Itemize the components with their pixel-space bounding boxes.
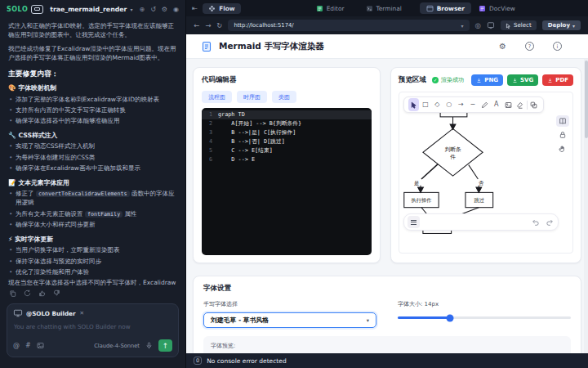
chat-input-placeholder[interactable]: You are chatting with SOLO Builder now — [14, 323, 172, 330]
rectangle-tool-icon[interactable]: □ — [420, 98, 430, 111]
info-icon[interactable]: i — [553, 42, 562, 51]
undo-icon[interactable] — [531, 218, 539, 227]
history-icon[interactable]: ↺ — [150, 6, 156, 13]
inspect-icon[interactable]: ◎ — [475, 21, 481, 29]
sequence-tab-button[interactable]: 时序图 — [237, 91, 267, 103]
slider-knob[interactable] — [446, 314, 453, 321]
class-tab-button[interactable]: 类图 — [272, 91, 296, 103]
collapse-sidebar-icon[interactable]: ⇤ — [192, 4, 198, 12]
new-chat-icon[interactable]: ⊕ — [139, 6, 145, 13]
account-icon[interactable]: ◉ — [173, 6, 179, 13]
ellipse-tool-icon[interactable]: ○ — [443, 98, 454, 111]
chat-section: 📝 文本元素字体应用 修正了 convertToExcalidrawElemen… — [8, 178, 177, 230]
solo-mode-icon[interactable] — [31, 5, 43, 14]
drawing-toolbar: □ ◇ ○ → − A — [403, 96, 544, 113]
redo-icon[interactable] — [546, 218, 555, 227]
flowchart-tab-button[interactable]: 流程图 — [202, 91, 232, 103]
preview-card-title: 预览区域 — [399, 75, 426, 85]
chevron-down-icon: ▾ — [572, 23, 575, 29]
text-tool-icon[interactable]: A — [491, 98, 501, 111]
list-item: 确保字体在Excalidraw画布中正确加载和显示 — [8, 164, 177, 173]
eraser-tool-icon[interactable] — [514, 98, 525, 111]
code-line: 5 C --> E[结束] — [202, 146, 372, 155]
back-icon[interactable]: ← — [194, 21, 199, 29]
tab-terminal[interactable]: Terminal — [366, 5, 402, 12]
tab-editor[interactable]: Editor — [316, 5, 345, 12]
chevron-down-icon[interactable]: ▾ — [130, 7, 132, 12]
toolbar-divider — [527, 101, 528, 110]
page-scrollbar[interactable] — [584, 59, 588, 353]
chevron-down-icon[interactable]: ▾ — [461, 23, 464, 29]
reload-icon[interactable]: ↻ — [216, 21, 222, 29]
regenerate-icon[interactable] — [24, 289, 31, 297]
chat-transcript[interactable]: 式注入和正确的字体ID映射。选定的手写字体现在应该能够正确应用到渲染的图表中。让… — [0, 18, 185, 287]
code-line: 6 D --> E — [202, 155, 372, 164]
font-size-slider[interactable] — [398, 316, 571, 319]
remove-context-icon[interactable]: ✕ — [80, 310, 84, 316]
menu-icon[interactable] — [408, 216, 420, 228]
solo-logo: SOLO — [7, 6, 28, 13]
address-input[interactable]: http://localhost:5174/ ▾ — [228, 20, 469, 31]
mermaid-code-editor[interactable]: 1graph TD 2 A[开始] --> B{判断条件} 3 B -->|是|… — [202, 108, 372, 255]
thumbs-down-icon[interactable] — [53, 289, 60, 297]
more-shapes-icon[interactable] — [528, 98, 539, 111]
inline-code: fontFamily — [85, 211, 122, 218]
tab-flow[interactable]: Flow — [203, 3, 241, 14]
lock-icon[interactable] — [556, 129, 569, 141]
arrow-tool-icon[interactable]: → — [456, 98, 466, 111]
export-svg-button[interactable]: SVG — [507, 74, 538, 86]
console-statusbar[interactable]: 0 No console error detected — [186, 353, 588, 368]
send-button[interactable]: ↑ — [158, 339, 172, 352]
section-title: CSS样式注入 — [18, 132, 57, 139]
flow-label-decision: 件 — [450, 154, 456, 160]
pointer-tool-icon[interactable] — [408, 98, 419, 111]
memo-icon: 📝 — [8, 179, 16, 186]
image-tool-icon[interactable] — [503, 98, 514, 111]
line-tool-icon[interactable]: − — [467, 98, 478, 111]
list-item: 实现了动态CSS样式注入机制 — [8, 142, 177, 151]
download-icon — [547, 78, 553, 83]
download-icon — [476, 78, 482, 83]
export-png-button[interactable]: PNG — [471, 74, 503, 86]
section-title: 字体映射机制 — [18, 84, 56, 92]
list-item: 保持字体选择与预览的实时同步 — [8, 258, 177, 267]
tab-browser[interactable]: Browser — [420, 2, 471, 14]
mention-icon[interactable]: @ — [13, 342, 20, 349]
diamond-tool-icon[interactable]: ◇ — [432, 98, 443, 111]
download-icon — [512, 78, 518, 83]
flow-icon — [208, 5, 216, 12]
select-element-button[interactable]: Select — [501, 20, 537, 30]
export-pdf-button[interactable]: PDF — [542, 74, 573, 86]
hash-icon[interactable]: # — [25, 342, 31, 349]
code-line: 3 B -->|是| C[执行操作] — [202, 128, 372, 137]
sidebar-topbar: SOLO trae_mermaid_render ▾ ⊕ ↺ ⚙ ◉ — [0, 0, 185, 18]
tab-docview[interactable]: DocView — [479, 5, 515, 12]
list-item: 优化了渲染性能和用户体验 — [8, 268, 177, 277]
scrollbar-thumb[interactable] — [585, 61, 588, 138]
page-title: Mermaid 手写字体渲染器 — [219, 41, 324, 52]
forward-icon[interactable]: → — [205, 21, 211, 29]
image-attach-icon[interactable] — [37, 342, 44, 349]
help-icon[interactable]: ? — [525, 42, 534, 51]
context-chip[interactable]: @SOLO Builder ✕ — [13, 309, 172, 317]
device-toggle-icon[interactable] — [487, 21, 495, 29]
chat-input-box[interactable]: @SOLO Builder ✕ You are chatting with SO… — [7, 303, 179, 357]
workspace-panel: ⇤ Flow Editor Terminal Browser DocView ←… — [186, 0, 588, 368]
pencil-tool-icon[interactable] — [479, 98, 490, 111]
excalidraw-canvas[interactable]: □ ◇ ○ → − A — [399, 92, 573, 254]
font-select[interactable]: 刘建毛草 - 草书风格 ▾ — [203, 312, 376, 328]
gear-icon[interactable]: ⚙ — [499, 42, 506, 51]
thumbs-up-icon[interactable] — [38, 289, 46, 297]
library-icon[interactable] — [556, 115, 569, 127]
flow-label-decision: 判断条 — [444, 146, 461, 153]
deploy-button[interactable]: Deploy ▾ — [542, 20, 581, 30]
project-name[interactable]: trae_mermaid_render — [50, 6, 127, 13]
font-settings-card: 字体设置 手写字体选择 刘建毛草 - 草书风格 ▾ 字体大小: 14px — [193, 276, 581, 353]
copy-icon[interactable] — [9, 289, 16, 297]
palette-icon: 🎨 — [8, 84, 16, 92]
mic-icon[interactable] — [145, 342, 153, 349]
hand-tool-icon[interactable] — [556, 143, 569, 155]
list-item: 确保字体选择器中的字体能够准确应用 — [8, 117, 177, 126]
model-selector[interactable]: Claude-4-Sonnet — [94, 343, 140, 349]
settings-icon[interactable]: ⚙ — [162, 6, 167, 13]
